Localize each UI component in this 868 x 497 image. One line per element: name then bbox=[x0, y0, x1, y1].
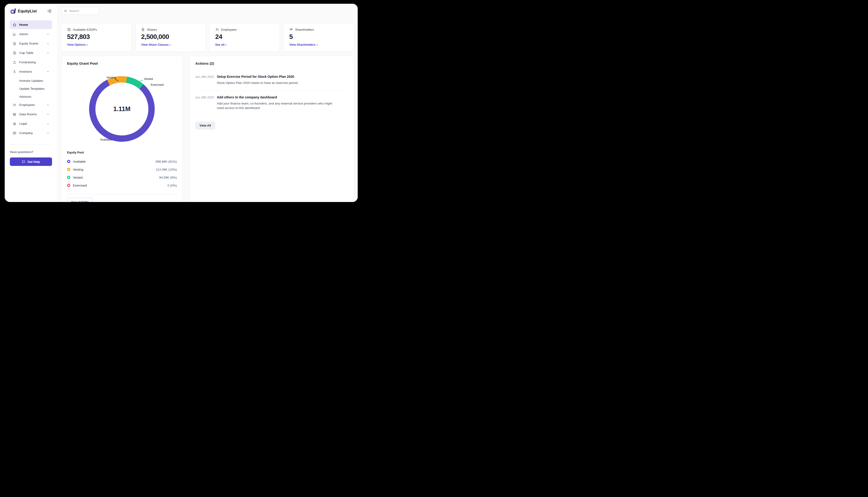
sidebar-item-label: Employees bbox=[19, 103, 44, 106]
sidebar-item-label: Data Rooms bbox=[19, 113, 44, 116]
sidebar-item-home[interactable]: Home bbox=[10, 20, 52, 29]
sidebar-item-advisors[interactable]: Advisors bbox=[10, 93, 52, 100]
donut-label-vesting: Vesting bbox=[107, 76, 116, 79]
chevron-right-icon: › bbox=[169, 44, 171, 46]
view-share-classes-link[interactable]: View Share Classes› bbox=[141, 43, 171, 46]
stat-card-available-esops: Available ESOPs 527,803 View Options› bbox=[61, 23, 132, 52]
sidebar-item-update-templates[interactable]: Update Templates bbox=[10, 85, 52, 93]
stat-value: 5 bbox=[289, 33, 348, 41]
image-icon bbox=[13, 113, 16, 116]
search-input[interactable] bbox=[69, 9, 97, 13]
stat-link-label: See all bbox=[215, 43, 225, 46]
sidebar-subitem-label: Investor Updates bbox=[19, 79, 43, 83]
chevron-down-icon bbox=[47, 51, 49, 55]
legend-value: 0 (0%) bbox=[167, 184, 177, 187]
topbar bbox=[61, 4, 354, 15]
action-item: Jun 26th 2023 Setup Exercise Period for … bbox=[195, 70, 348, 90]
stat-cards-row: Available ESOPs 527,803 View Options› Sh… bbox=[61, 23, 354, 52]
equitylist-logo-icon bbox=[10, 8, 16, 14]
sidebar-header: EquityList bbox=[10, 4, 52, 14]
equity-donut: 1.11M bbox=[89, 76, 155, 142]
person-icon bbox=[13, 70, 16, 74]
get-help-button[interactable]: Get Help bbox=[10, 157, 52, 166]
handshake-icon bbox=[289, 28, 293, 31]
action-title: Setup Exercise Period for Stock Option P… bbox=[217, 75, 298, 79]
sidebar-collapse-button[interactable] bbox=[47, 9, 52, 14]
see-all-link[interactable]: See all› bbox=[215, 43, 227, 46]
pool-divider bbox=[67, 194, 177, 194]
main-content: Available ESOPs 527,803 View Options› Sh… bbox=[57, 4, 358, 202]
legend-row-available: Available 898.68K (81%) bbox=[67, 157, 177, 166]
vesting-bullet-icon bbox=[67, 168, 70, 171]
sidebar-item-label: Company bbox=[19, 131, 44, 135]
sidebar-item-cap-table[interactable]: Cap Table bbox=[10, 48, 52, 57]
sidebar-item-label: Cap Table bbox=[19, 51, 44, 55]
sidebar-item-investors[interactable]: Investors bbox=[10, 67, 52, 76]
have-questions-label: Have questions? bbox=[10, 151, 52, 154]
sidebar-item-label: Admin bbox=[19, 32, 44, 36]
sidebar-item-label: Legal bbox=[19, 122, 44, 125]
sidebar-item-employees[interactable]: Employees bbox=[10, 100, 52, 109]
app-window: EquityList Home bbox=[5, 4, 358, 202]
stat-link-label: View Options bbox=[67, 43, 86, 46]
sidebar-item-data-rooms[interactable]: Data Rooms bbox=[10, 110, 52, 118]
equity-pool-heading: Equity Pool bbox=[67, 151, 177, 154]
search-box[interactable] bbox=[61, 7, 99, 15]
donut-label-exercised: Exercised bbox=[151, 83, 164, 86]
line-chart-icon bbox=[13, 32, 16, 36]
vested-bullet-icon bbox=[67, 176, 70, 179]
equity-pool-legend: Available 898.68K (81%) Vesting 113.39K … bbox=[67, 157, 177, 189]
donut-label-vested: Vested bbox=[144, 77, 153, 81]
sidebar-item-investor-updates[interactable]: Investor Updates bbox=[10, 76, 52, 85]
action-date: Jun 26th 2023 bbox=[195, 75, 217, 85]
stat-value: 527,803 bbox=[67, 33, 126, 41]
chat-icon bbox=[22, 160, 25, 164]
chevron-up-icon bbox=[47, 70, 49, 74]
get-help-label: Get Help bbox=[27, 160, 40, 164]
pie-chart-icon bbox=[13, 51, 16, 55]
action-description: Stock Option Plan 2020 needs to have an … bbox=[217, 81, 298, 85]
sidebar-divider bbox=[10, 144, 52, 144]
action-title: Add others to the company dashboard bbox=[217, 95, 340, 99]
sidebar-item-label: Equity Grants bbox=[19, 42, 44, 45]
chevron-down-icon bbox=[47, 32, 49, 36]
action-item: Jun 29th 2023 Add others to the company … bbox=[195, 90, 348, 115]
view-options-link[interactable]: View Options› bbox=[67, 43, 88, 46]
sidebar-item-label: Investors bbox=[19, 70, 44, 73]
bank-icon bbox=[13, 122, 16, 126]
chevron-down-icon bbox=[47, 103, 49, 107]
legend-row-vested: Vested 94.59K (9%) bbox=[67, 173, 177, 181]
sidebar-item-equity-grants[interactable]: Equity Grants bbox=[10, 39, 52, 48]
action-date: Jun 29th 2023 bbox=[195, 95, 217, 110]
legend-row-vesting: Vesting 113.39K (10%) bbox=[67, 166, 177, 173]
sidebar-item-label: Fundraising bbox=[19, 60, 49, 64]
sidebar-item-admin[interactable]: Admin bbox=[10, 30, 52, 39]
stat-link-label: View Share Classes bbox=[141, 43, 169, 46]
chevron-down-icon bbox=[47, 42, 49, 46]
sidebar-item-company[interactable]: Company bbox=[10, 129, 52, 137]
legend-label: Available bbox=[73, 160, 153, 163]
panel-title: Actions (2) bbox=[195, 61, 348, 66]
legend-value: 113.39K (10%) bbox=[156, 168, 177, 171]
stat-card-shares: Shares 2,500,000 View Share Classes› bbox=[135, 23, 206, 52]
view-esops-button[interactable]: View ESOPs bbox=[67, 198, 93, 202]
brand: EquityList bbox=[10, 8, 37, 14]
sidebar-item-fundraising[interactable]: Fundraising bbox=[10, 58, 52, 67]
stat-label: Shares bbox=[147, 28, 157, 31]
available-bullet-icon bbox=[67, 160, 70, 163]
legend-value: 898.68K (81%) bbox=[156, 160, 177, 163]
sidebar-nav: Home Admin Equity Grants bbox=[10, 20, 52, 138]
briefcase-icon bbox=[13, 131, 16, 135]
chevron-down-icon bbox=[47, 122, 49, 126]
legend-value: 94.59K (9%) bbox=[159, 176, 177, 179]
chevron-down-icon bbox=[47, 131, 49, 135]
chevron-right-icon: › bbox=[86, 44, 88, 46]
chevron-right-icon: › bbox=[317, 44, 318, 46]
search-icon bbox=[64, 9, 67, 13]
brand-name: EquityList bbox=[18, 9, 37, 14]
action-list: Jun 26th 2023 Setup Exercise Period for … bbox=[195, 70, 348, 115]
view-all-button[interactable]: View All bbox=[195, 122, 215, 129]
sidebar-item-legal[interactable]: Legal bbox=[10, 119, 52, 128]
view-shareholders-link[interactable]: View Shareholders› bbox=[289, 43, 318, 46]
stat-label: Available ESOPs bbox=[73, 28, 97, 31]
